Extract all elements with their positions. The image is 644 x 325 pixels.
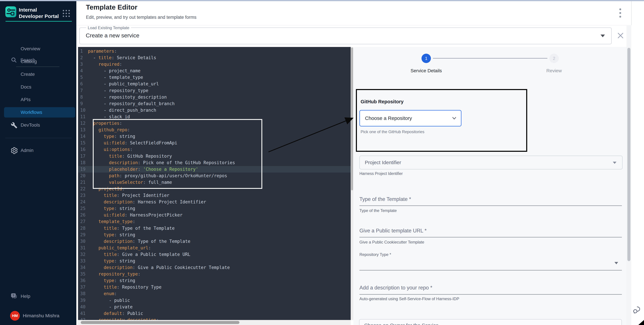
- code-line[interactable]: 33 type: string: [78, 258, 351, 264]
- code-line[interactable]: 19 placeholder: 'Choose a Repository': [78, 166, 351, 173]
- code-line[interactable]: 21 valueSelector: full_name: [78, 179, 351, 186]
- code-line[interactable]: 24 description: Harness Project Identifi…: [78, 199, 351, 205]
- sidebar-item-create[interactable]: Create: [4, 69, 75, 79]
- project-identifier-select[interactable]: Project Identifier: [360, 156, 622, 169]
- line-number: 23: [78, 192, 88, 199]
- sidebar-item-catalog[interactable]: Catalog: [4, 56, 75, 67]
- code-line[interactable]: 34 description: Give a Public Cookiecutt…: [78, 264, 351, 271]
- sidebar-item-overview[interactable]: Overview: [4, 44, 75, 54]
- stepper-step-2-circle[interactable]: 2: [549, 54, 559, 63]
- code-line[interactable]: 30 description: Type of the Template: [78, 238, 351, 245]
- line-number: 18: [78, 159, 88, 166]
- owner-select[interactable]: Choose an Owner for the Service: [359, 319, 622, 325]
- line-number: 12: [78, 120, 88, 127]
- stepper-connector: [433, 58, 547, 58]
- line-number: 36: [78, 277, 88, 284]
- line-number: 42: [78, 317, 88, 320]
- code-line[interactable]: 10 - direct_push_branch: [78, 107, 351, 113]
- code-line[interactable]: 15 ui:field: SelectFieldFromApi: [78, 140, 351, 146]
- code-line[interactable]: 20 path: proxy/github-api/users/OrkoHunt…: [78, 173, 351, 179]
- code-line[interactable]: 11 - slack_id: [78, 113, 351, 120]
- code-line[interactable]: 5 - template_type: [78, 74, 351, 81]
- repository-type-select[interactable]: [360, 257, 622, 270]
- line-number: 16: [78, 146, 88, 153]
- line-number: 20: [78, 173, 88, 179]
- line-number: 6: [78, 81, 88, 87]
- code-line[interactable]: 2 - title: Service Details: [78, 54, 351, 61]
- sidebar-item-workflows[interactable]: Workflows: [4, 107, 75, 118]
- load-existing-template-select[interactable]: Load Existing Template Create a new serv…: [79, 27, 612, 44]
- code-line[interactable]: 40 - private: [78, 304, 351, 310]
- code-line[interactable]: 12 properties:: [78, 120, 351, 127]
- code-line[interactable]: 23 title: Project Identifier: [78, 192, 351, 199]
- admin-label: Admin: [21, 148, 34, 153]
- apps-grid-icon[interactable]: [62, 9, 70, 17]
- window-scrollbar-thumb[interactable]: [628, 48, 630, 261]
- yaml-code-editor[interactable]: 1parameters:2 - title: Service Details3 …: [78, 47, 351, 320]
- public-template-url-underline: [360, 237, 622, 238]
- code-line[interactable]: 22 projectId:: [78, 186, 351, 192]
- code-line[interactable]: 18 description: Pick one of the GitHub R…: [78, 159, 351, 166]
- code-line[interactable]: 4 - project_name: [78, 68, 351, 74]
- page-subtitle: Edit, preview, and try out templates and…: [86, 15, 196, 20]
- line-number: 26: [78, 212, 88, 218]
- code-line[interactable]: 6 - public_template_url: [78, 81, 351, 87]
- sidebar-item-apis[interactable]: APIs: [4, 94, 75, 105]
- code-line[interactable]: 26 ui:field: HarnessProjectPicker: [78, 212, 351, 218]
- code-line[interactable]: 17 title: GitHub Repository: [78, 153, 351, 159]
- code-line[interactable]: 42 repositoty_description:: [78, 317, 351, 320]
- cursor-pointer: [637, 318, 644, 325]
- template-type-field[interactable]: Type of the Template *: [360, 196, 411, 202]
- code-line[interactable]: 41 default: Public: [78, 310, 351, 317]
- sidebar-item-help[interactable]: ? Help: [4, 291, 75, 302]
- sidebar-item-admin[interactable]: Admin: [4, 145, 75, 156]
- code-line[interactable]: 13 github_repo:: [78, 127, 351, 133]
- template-type-underline: [360, 205, 622, 206]
- line-number: 41: [78, 310, 88, 317]
- line-number: 33: [78, 258, 88, 264]
- code-line[interactable]: 28 title: Type of the Template: [78, 225, 351, 232]
- close-icon[interactable]: [617, 32, 624, 39]
- editor-horizontal-scrollbar-thumb[interactable]: [81, 321, 240, 324]
- search-input[interactable]: Search: [0, 28, 76, 41]
- code-line[interactable]: 37 title: Repository Type: [78, 284, 351, 291]
- svg-text:?: ?: [12, 294, 14, 297]
- code-line[interactable]: 38 enum:: [78, 291, 351, 297]
- code-line[interactable]: 8 - repositoty_description: [78, 94, 351, 100]
- code-line[interactable]: 36 type: string: [78, 277, 351, 284]
- line-number: 40: [78, 304, 88, 310]
- code-line[interactable]: 7 - repository_type: [78, 87, 351, 94]
- repo-description-helper: Auto-generated using Self-Service-Flow o…: [360, 297, 459, 301]
- code-line[interactable]: 16 ui:options:: [78, 146, 351, 153]
- public-template-url-field[interactable]: Give a Public template URL *: [360, 228, 426, 234]
- code-line[interactable]: 27 template_type:: [78, 218, 351, 225]
- project-identifier-helper: Harness Project Identifier: [360, 171, 403, 176]
- stepper-step-1-circle[interactable]: 1: [422, 54, 431, 63]
- repo-description-underline: [360, 294, 622, 295]
- line-number: 24: [78, 199, 88, 205]
- repo-description-field[interactable]: Add a description to your repo *: [360, 285, 432, 291]
- line-number: 17: [78, 153, 88, 159]
- github-repository-select[interactable]: Choose a Repository: [360, 110, 462, 126]
- code-line[interactable]: 3 required:: [78, 61, 351, 68]
- chat-support-icon[interactable]: [632, 305, 643, 315]
- code-line[interactable]: 32 title: Give a Public template URL: [78, 251, 351, 258]
- code-line[interactable]: 25 type: string: [78, 205, 351, 212]
- code-line[interactable]: 39 - public: [78, 297, 351, 304]
- github-repository-label: GitHub Repository: [360, 99, 404, 104]
- code-line[interactable]: 29 type: string: [78, 232, 351, 238]
- line-number: 13: [78, 127, 88, 133]
- sidebar-item-devtools[interactable]: DevTools: [4, 120, 75, 130]
- sidebar-item-docs[interactable]: Docs: [4, 82, 75, 92]
- code-line[interactable]: 1parameters:: [78, 48, 351, 54]
- line-number: 37: [78, 284, 88, 291]
- code-line[interactable]: 31 public_template_url:: [78, 245, 351, 251]
- code-line[interactable]: 14 type: string: [78, 133, 351, 140]
- editor-vertical-scrollbar-thumb[interactable]: [351, 47, 353, 190]
- kebab-menu-icon[interactable]: [618, 8, 623, 18]
- sidebar-accent-divider: [6, 21, 72, 22]
- user-menu[interactable]: HM Himanshu Mishra: [4, 310, 75, 322]
- app-logo[interactable]: [5, 6, 16, 17]
- code-line[interactable]: 35 repository_type:: [78, 271, 351, 277]
- code-line[interactable]: 9 - repository_default_branch: [78, 100, 351, 107]
